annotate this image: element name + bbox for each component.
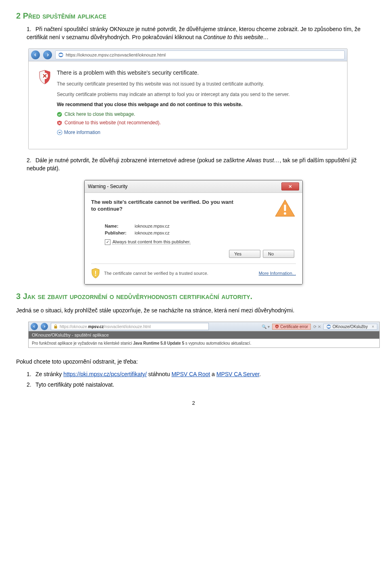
- svg-point-3: [57, 112, 62, 117]
- ie-page-icon: [327, 324, 331, 329]
- chevron-down-icon: [57, 130, 62, 135]
- section3-heading: 3 Jak se zbavit upozornění o nedůvěryhod…: [16, 292, 371, 301]
- nav-back-button[interactable]: [31, 323, 38, 330]
- lock-icon: [53, 324, 58, 329]
- dialog-question: The web site's certificate cannot be ver…: [91, 199, 236, 213]
- shield-x-icon: [57, 120, 62, 126]
- shield-x-icon: [275, 324, 279, 329]
- continue-website-link[interactable]: Continue to this website (not recommende…: [57, 120, 331, 126]
- page-subtitle-bar: OKnouze/OKslužby - spuštění aplikace: [29, 331, 379, 339]
- always-trust-checkbox[interactable]: ✓ Always trust content from this publish…: [105, 239, 296, 245]
- more-information-toggle[interactable]: More information: [57, 130, 331, 135]
- nav-back-button[interactable]: [31, 50, 40, 59]
- ie-page-icon: [58, 52, 64, 58]
- after-lead: Pokud chcete toto upozornění odstranit, …: [16, 358, 371, 365]
- ca-server-link[interactable]: MPSV CA Server: [216, 371, 260, 377]
- svg-point-8: [95, 274, 96, 276]
- page-number: 2: [16, 400, 371, 406]
- close-webpage-link[interactable]: Click here to close this webpage.: [57, 111, 331, 117]
- checkbox-icon: ✓: [105, 239, 110, 245]
- address-bar[interactable]: https://oknouze.mpsv.cz/nsvvaclient/iokn…: [51, 323, 209, 330]
- svg-rect-7: [95, 271, 96, 274]
- nav-forward-button[interactable]: [41, 323, 48, 330]
- field-publisher: Publisher: ioknouze.mpsv.cz: [105, 230, 296, 235]
- certificate-error-chip[interactable]: Certificate error: [272, 324, 311, 330]
- cert-error-title: There is a problem with this website's s…: [57, 69, 331, 76]
- no-button[interactable]: No: [263, 250, 294, 258]
- warning-triangle-icon: [274, 199, 296, 218]
- page-info-msg: Pro funkčnost aplikace je vyžadován na k…: [29, 339, 379, 347]
- address-bar[interactable]: https://ioknouze.mpsv.cz/nsvvaclient/iok…: [55, 50, 345, 59]
- nav-forward-button[interactable]: [43, 50, 52, 59]
- svg-rect-5: [284, 205, 286, 211]
- after-item2: 2.Tyto certifikáty poté naistalovat.: [27, 381, 371, 389]
- browser-bar-screenshot: https://oknouze.mpsv.cz/nsvvaclient/iokn…: [28, 322, 380, 348]
- field-name: Name: ioknouze.mpsv.cz: [105, 224, 296, 228]
- browser-tab[interactable]: OKnouze/OKslužby ×: [323, 324, 377, 330]
- svg-rect-9: [54, 326, 57, 329]
- shield-alert-icon: [38, 69, 51, 85]
- java-security-dialog: Warning - Security The web site's certif…: [84, 180, 303, 285]
- pki-link[interactable]: https://pki.mpsv.cz/pcs/certifikaty/: [63, 371, 147, 377]
- section2-item2: 2.Dále je nutné potvrdit, že důvěřuji zo…: [27, 157, 371, 172]
- shield-warning-icon: [91, 268, 100, 278]
- section2-heading: 2 Před spuštěním aplikace: [16, 11, 371, 21]
- section3-paragraph: Jedná se o situaci, kdy prohlížeč stále …: [16, 307, 371, 315]
- dialog-titlebar: Warning - Security: [85, 180, 302, 193]
- yes-button[interactable]: Yes: [229, 250, 260, 258]
- dialog-close-button[interactable]: [281, 182, 299, 190]
- ca-root-link[interactable]: MPSV CA Root: [171, 371, 210, 377]
- svg-point-6: [284, 212, 286, 215]
- more-information-link[interactable]: More Information...: [259, 271, 296, 276]
- browser-toolbar: https://ioknouze.mpsv.cz/nsvvaclient/iok…: [29, 49, 347, 61]
- svg-point-4: [57, 130, 62, 135]
- after-item1: 1.Ze stránky https://pki.mpsv.cz/pcs/cer…: [27, 370, 371, 379]
- check-circle-icon: [57, 112, 62, 117]
- ie-cert-error-screenshot: https://ioknouze.mpsv.cz/nsvvaclient/iok…: [28, 48, 347, 149]
- section2-item1: 1.Při načtení spouštěcí stránky OKNouze …: [27, 25, 371, 41]
